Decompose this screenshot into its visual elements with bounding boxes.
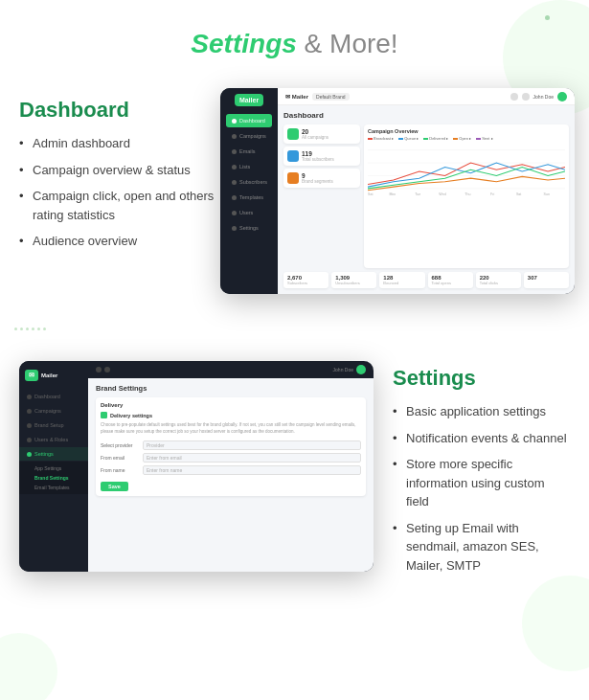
topbar-left: ✉ Mailer Default Brand — [285, 93, 350, 101]
mockup-nav-subscribers: Subscribers — [226, 175, 272, 189]
settings-nav-dashboard: Dashboard — [19, 390, 88, 403]
bottom-stat-5: 307 — [524, 272, 569, 288]
form-input-name: Enter from name — [143, 465, 361, 475]
form-label-email: From email — [101, 455, 139, 461]
dot-grid-left — [14, 327, 53, 330]
legend-dot-queue — [398, 138, 403, 140]
legend-dot-sent — [476, 138, 481, 140]
topbar-icons — [96, 367, 110, 373]
dashboard-section: Dashboard Admin dashboard Campaign overv… — [0, 79, 589, 323]
nav-dot — [27, 423, 32, 428]
mockup-logo: Mailer — [235, 94, 263, 106]
delivery-checkbox — [101, 412, 107, 418]
settings-main: John Doe Brand Settings Delivery Deliver… — [88, 361, 374, 572]
settings-mockup: ✉ Mailer Dashboard Campaigns Brand Setup — [19, 361, 374, 572]
topbar-logo: ✉ Mailer — [285, 93, 308, 100]
settings-screenshot-column: ✉ Mailer Dashboard Campaigns Brand Setup — [19, 361, 374, 572]
legend-queue: Queue ▸ — [398, 136, 419, 141]
stat-icon-campaigns — [287, 128, 299, 140]
topbar-icon-1 — [510, 93, 518, 101]
page-title: Settings & More! — [0, 29, 589, 59]
legend-dot-open — [453, 138, 458, 140]
settings-title: Settings — [393, 366, 570, 391]
settings-mockup-sidebar: ✉ Mailer Dashboard Campaigns Brand Setup — [19, 361, 88, 572]
form-input-provider: Provider — [143, 440, 361, 450]
settings-nav-settings: Settings — [19, 447, 88, 461]
settings-content: Brand Settings Delivery Delivery setting… — [88, 378, 374, 572]
stat-info-subscribers: 119 Total subscribers — [302, 150, 334, 162]
dot — [20, 327, 23, 330]
title-italic: Settings — [191, 29, 296, 58]
stat-card-campaigns: 20 All campaigns — [283, 124, 360, 144]
nav-dot — [232, 180, 237, 185]
stat-card-subscribers: 119 Total subscribers — [283, 147, 360, 166]
nav-dot — [27, 395, 32, 399]
topbar-user-name: John Doe — [333, 367, 353, 373]
dashboard-bullet-list: Admin dashboard Campaign overview & stat… — [19, 134, 220, 251]
mockup-bottom-stats: 2,670 Subscribers 1,309 Unsubscribers 12… — [283, 272, 569, 288]
topbar-right: John Doe — [333, 365, 366, 374]
stat-icon-subscribers — [287, 150, 299, 162]
subnav-brand: Brand Settings — [31, 473, 88, 483]
dashboard-screenshot-column: Mailer Dashboard Campaigns Emails Lists — [220, 88, 575, 294]
settings-logo-text: Mailer — [41, 373, 57, 378]
legend-dot-broadcast — [368, 138, 373, 140]
settings-topbar: John Doe — [88, 361, 374, 378]
nav-dot — [232, 149, 237, 154]
settings-bullet-1: Basic application settings — [393, 402, 570, 421]
dashboard-text-column: Dashboard Admin dashboard Campaign overv… — [19, 88, 220, 259]
save-button[interactable]: Save — [101, 482, 128, 491]
mockup-content: Dashboard 20 All campaigns — [278, 105, 575, 294]
chart-legend: Broadcast ▸ Queue ▸ Delivered ▸ Open ▸ S… — [368, 136, 565, 141]
topbar-right: John Doe — [510, 92, 567, 102]
settings-info-text: Choose to pre-populate default settings … — [101, 422, 361, 436]
settings-subnav: App Settings Brand Settings Email Templa… — [19, 462, 88, 494]
settings-page-title: Brand Settings — [96, 384, 366, 393]
legend-broadcast: Broadcast ▸ — [368, 136, 394, 141]
bottom-stat-0: 2,670 Subscribers — [283, 272, 328, 288]
form-row-provider: Select provider Provider — [101, 440, 361, 450]
bullet-item-2: Campaign overview & status — [19, 161, 220, 180]
bottom-stat-1: 1,309 Unsubscribers — [331, 272, 376, 288]
deco-circle-bottom-left — [0, 633, 57, 700]
svg-text:Sun: Sun — [544, 192, 550, 196]
legend-open: Open ▸ — [453, 136, 471, 141]
bullet-item-1: Admin dashboard — [19, 134, 220, 153]
settings-bullet-3: Store more specific information using cu… — [393, 455, 570, 511]
dashboard-title: Dashboard — [19, 98, 220, 123]
mockup-nav-settings: Settings — [226, 221, 272, 235]
form-row-email: From email Enter from email — [101, 453, 361, 463]
dot — [26, 327, 29, 330]
delivery-checkbox-row: Delivery settings — [101, 412, 361, 418]
settings-text-column: Settings Basic application settings Noti… — [393, 361, 570, 582]
mockup-topbar: ✉ Mailer Default Brand John Doe — [278, 88, 575, 105]
stat-card-segments: 9 Brand segments — [283, 169, 360, 188]
bottom-stat-4: 220 Total clicks — [476, 272, 521, 288]
separator — [0, 323, 589, 351]
stat-label-segments: Brand segments — [302, 179, 333, 184]
mockup-nav-templates: Templates — [226, 191, 272, 204]
bottom-stat-3: 688 Total opens — [428, 272, 473, 288]
dot — [43, 327, 46, 330]
settings-card: Delivery Delivery settings Choose to pre… — [96, 397, 366, 496]
settings-nav-campaigns: Campaigns — [19, 404, 88, 418]
topbar-icon-1 — [96, 367, 102, 373]
svg-text:Mon: Mon — [389, 192, 396, 196]
svg-text:Sat: Sat — [516, 192, 521, 196]
nav-dot — [232, 119, 237, 124]
legend-sent: Sent ▸ — [476, 136, 492, 141]
mockup-nav-campaigns: Campaigns — [226, 129, 272, 143]
topbar-avatar — [557, 92, 567, 102]
chart-svg: Sat Mon Tue Wed Thu Fri Sat Sun — [368, 143, 565, 200]
mockup-main: ✉ Mailer Default Brand John Doe Dashboar… — [278, 88, 575, 294]
form-row-name: From name Enter from name — [101, 465, 361, 475]
bottom-stat-2: 128 Bounced — [379, 272, 424, 288]
stat-label-campaigns: All campaigns — [302, 135, 328, 140]
dot — [14, 327, 17, 330]
nav-dot — [232, 211, 237, 215]
stat-num-subscribers: 119 — [302, 150, 334, 157]
mockup-sidebar: Mailer Dashboard Campaigns Emails Lists — [220, 88, 278, 294]
form-input-email: Enter from email — [143, 453, 361, 463]
settings-section: ✉ Mailer Dashboard Campaigns Brand Setup — [0, 351, 589, 611]
dot — [37, 327, 40, 330]
